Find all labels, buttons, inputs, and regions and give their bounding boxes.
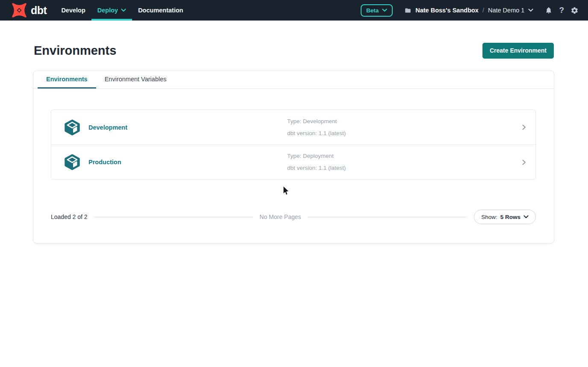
folder-icon [404,7,412,14]
environment-name-link[interactable]: Development [88,124,127,131]
environment-meta: Type: Development dbt version: 1.1 (late… [287,115,522,139]
tab-environment-variables[interactable]: Environment Variables [96,71,175,89]
show-rows-label: Show: [481,214,497,220]
help-icon[interactable]: ? [559,6,564,15]
environment-type: Type: Development [287,115,522,127]
notifications-bell-icon[interactable] [545,6,553,14]
nav-item-documentation[interactable]: Documentation [132,0,189,21]
environment-version: dbt version: 1.1 (latest) [287,162,522,174]
primary-nav: Develop Deploy Documentation [55,0,189,21]
pagination-bar: Loaded 2 of 2 No More Pages Show: 5 Rows [51,210,536,224]
no-more-pages-label: No More Pages [259,213,301,220]
environment-type: Type: Deployment [287,150,522,162]
breadcrumb-project: Nate Demo 1 [488,7,524,14]
navbar-right-section: Beta Nate Boss's Sandbox / Nate Demo 1 [361,0,588,21]
environment-meta: Type: Deployment dbt version: 1.1 (lates… [287,150,522,174]
environment-row-left: Development [64,119,287,136]
pagination-divider [94,217,253,217]
breadcrumb-separator: / [482,7,484,14]
beta-label: Beta [366,7,379,14]
chevron-right-icon [522,160,526,165]
nav-item-develop[interactable]: Develop [55,0,91,21]
breadcrumb: Nate Boss's Sandbox / Nate Demo 1 [404,7,533,14]
environments-card: Environments Environment Variables Devel… [33,71,554,243]
environment-row-production[interactable]: Production Type: Deployment dbt version:… [51,145,535,179]
dbt-logo-icon [11,2,28,19]
chevron-down-icon [121,9,126,12]
environment-version: dbt version: 1.1 (latest) [287,127,522,139]
chevron-down-icon [382,9,387,12]
settings-gear-icon[interactable] [570,6,579,15]
nav-item-deploy-label: Deploy [97,7,118,14]
environment-row-left: Production [64,154,287,170]
page-title: Environments [34,44,116,58]
breadcrumb-sandbox[interactable]: Nate Boss's Sandbox [415,7,479,14]
environment-name-link[interactable]: Production [88,159,121,166]
nav-item-deploy[interactable]: Deploy [91,0,132,21]
beta-dropdown-button[interactable]: Beta [361,4,393,17]
show-rows-value: 5 Rows [500,214,520,220]
chevron-right-icon [522,124,526,130]
top-navbar: dbt Develop Deploy Documentation Beta Na… [0,0,588,21]
tab-environments[interactable]: Environments [38,71,96,89]
environment-list: Development Type: Development dbt versio… [51,110,536,180]
chevron-down-icon [523,215,529,219]
page-header: Environments Create Environment [34,42,554,59]
environment-cube-icon [64,154,80,170]
environment-row-development[interactable]: Development Type: Development dbt versio… [51,110,535,145]
environment-cube-icon [64,119,80,136]
navbar-icon-group: ? [545,6,579,15]
main-content: Environments Create Environment Environm… [0,42,588,243]
chevron-down-icon [528,9,533,12]
loaded-count: Loaded 2 of 2 [51,213,88,220]
dbt-logo-text: dbt [31,4,47,17]
dbt-logo[interactable]: dbt [11,0,47,21]
pagination-divider [308,217,467,217]
show-rows-dropdown[interactable]: Show: 5 Rows [474,210,536,224]
project-selector[interactable]: Nate Demo 1 [488,7,533,14]
tab-bar: Environments Environment Variables [33,71,554,89]
create-environment-button[interactable]: Create Environment [482,43,554,59]
